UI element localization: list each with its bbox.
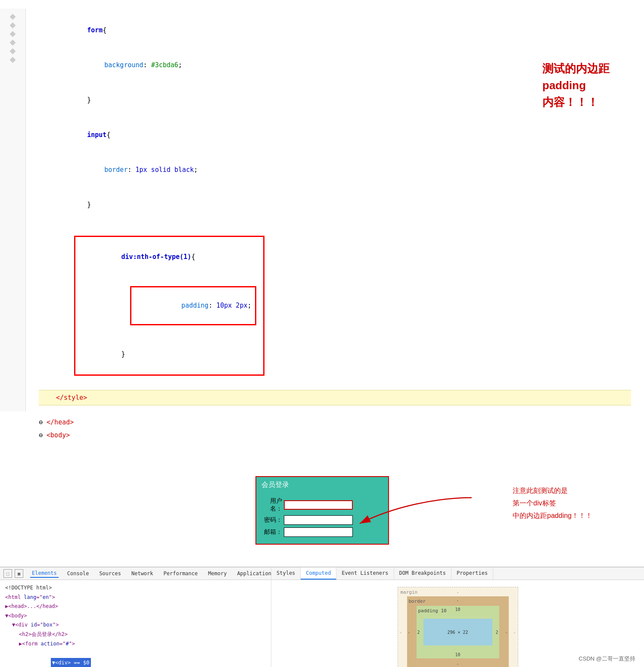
annotation-arrow [351,489,480,532]
box-model-container: margin - - - - border - - - - paddi [271,580,644,667]
gutter-icon [10,14,16,20]
annotation-line-3: 中的内边距padding！！！ [513,512,592,519]
padding-bottom-val: 10 [455,652,460,657]
code-token: 1px solid black [136,166,194,174]
devtools-right-tabs: Styles Computed Event Listeners DOM Brea… [271,567,644,580]
preview-section: 会员登录 用户名： 密码： 邮箱： [0,446,644,567]
dom-line-head[interactable]: ▶<head>...</head> [5,602,266,611]
code-token: input [87,131,106,139]
code-token: } [87,96,91,104]
mobile-icon[interactable]: ▣ [15,569,23,578]
code-token: background [104,61,143,69]
padding-top-val: 10 [455,607,460,612]
username-label: 用户名： [261,497,282,513]
dom-line-h2[interactable]: <h2>会员登录</h2> [19,630,266,639]
margin-left-val: - [400,630,402,635]
dom-line-html[interactable]: <html lang="en"> [5,593,266,602]
border-label: border [407,598,428,605]
watermark-text: CSDN @二哥一直坚持 [579,655,635,662]
email-label: 邮箱： [261,528,282,536]
right-tab-event-listeners[interactable]: Event Listeners [336,567,394,580]
code-token: } [121,350,125,358]
code-token: ; [247,302,251,309]
devtools-icons: ⬚ ▣ [3,569,23,578]
right-tab-dom-breakpoints[interactable]: DOM Breakpoints [394,567,451,580]
code-line: input{ [39,118,631,153]
margin-top-val: - [456,590,459,595]
code-token: padding [181,302,208,309]
box-content-layer: 296 × 22 [423,619,492,645]
code-line-highlighted: div:nth-of-type(1){ padding: 10px 2px; } [39,224,631,387]
preview-annotation: 注意此刻测试的是 第一个div标签 中的内边距padding！！！ [513,485,592,522]
username-input[interactable] [284,500,353,510]
padding-right-val: 2 [495,630,498,635]
tab-console[interactable]: Console [65,570,91,577]
code-editor-section: form{ background: #3cbda6; } input{ bord… [0,0,644,446]
tab-elements[interactable]: Elements [30,569,59,578]
gutter-icon [10,40,16,46]
padding-left-val: 2 [417,630,420,635]
code-line: } [39,187,631,222]
margin-label: margin [398,589,420,596]
right-tab-styles[interactable]: Styles [271,567,301,580]
border-left-val: - [408,630,411,635]
border-top-val: - [456,598,459,603]
gutter-icon [10,48,16,54]
dom-line-body[interactable]: ▼<body> [5,611,266,621]
annotation-text-1: 测试的内边距 [542,62,610,75]
code-token: : [208,302,216,309]
right-tab-properties[interactable]: Properties [451,567,493,580]
right-tab-computed[interactable]: Computed [301,567,336,580]
devtools-right-panel: Styles Computed Event Listeners DOM Brea… [271,567,644,667]
tab-sources[interactable]: Sources [97,570,123,577]
annotation-text-3: 内容！！！ [542,96,598,109]
code-token: </head> [47,418,74,426]
annotation-text-2: padding [542,79,586,92]
code-token: { [106,131,110,139]
dom-line-doctype: <!DOCTYPE html> [5,583,266,593]
code-line: border: 1px solid black; [39,153,631,187]
gutter-icon [10,57,16,63]
tab-application[interactable]: Application [235,570,273,577]
annotation-line-1: 注意此刻测试的是 [513,487,568,494]
gutter-icon [10,22,16,28]
box-model: margin - - - - border - - - - paddi [398,587,518,667]
annotation-line-2: 第一个div标签 [513,499,556,507]
code-token: { [191,253,195,261]
code-token: ; [178,61,182,69]
devtools-section: ⬚ ▣ Elements Console Sources Network Per… [0,567,644,667]
dom-line-div-highlighted[interactable]: ▼<div> == $0 [26,648,266,667]
code-token: <body> [47,431,70,439]
head-body-lines: ⊖ </head> ⊖ <body> [0,411,644,446]
code-content: form{ background: #3cbda6; } input{ bord… [26,9,644,411]
code-token: { [103,26,106,34]
head-close-tag: ⊖ </head> [39,416,644,429]
tab-memory[interactable]: Memory [206,570,228,577]
code-token: </style> [56,392,87,404]
preview-annotation-group: 注意此刻测试的是 第一个div标签 中的内边距padding！！！ [513,485,592,522]
cursor-icon[interactable]: ⬚ [3,569,12,578]
yellow-highlight-line: </style> [39,390,631,405]
code-token: : [128,166,135,174]
line-numbers [0,9,26,411]
dom-selected-element[interactable]: ▼<div> == $0 [51,658,91,667]
code-line: form{ [39,13,631,48]
border-bottom-val: - [456,661,459,666]
code-area: form{ background: #3cbda6; } input{ bord… [0,9,644,411]
code-token: } [87,201,91,209]
tab-performance[interactable]: Performance [162,570,199,577]
dom-line-form[interactable]: ▶<form action="#"> [19,639,266,649]
tab-network[interactable]: Network [130,570,155,577]
dom-line-div-box[interactable]: ▼<div id="box"> [12,620,266,630]
password-input[interactable] [284,515,353,525]
code-token: : [143,61,151,69]
code-token: div:nth-of-type(1) [121,253,192,261]
code-annotation: 测试的内边距 padding 内容！！！ [542,60,610,111]
code-token: 10px 2px [216,302,247,309]
code-token: form [87,26,103,34]
devtools-left-panel: ⬚ ▣ Elements Console Sources Network Per… [0,567,271,667]
gutter-icon [10,31,16,37]
email-input[interactable] [284,527,353,537]
password-label: 密码： [261,516,282,524]
code-token: ; [194,166,198,174]
